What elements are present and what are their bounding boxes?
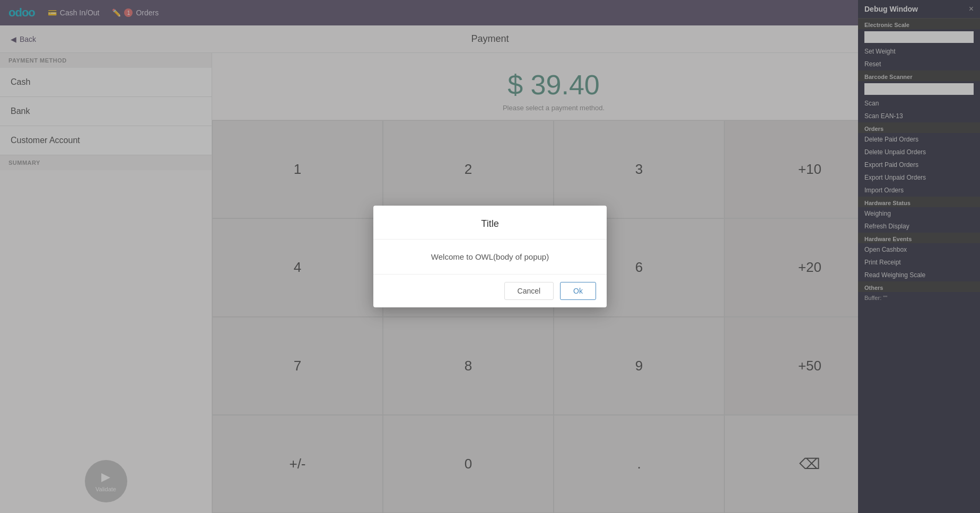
modal-box: Title Welcome to OWL(body of popup) Canc…	[373, 206, 607, 307]
modal-ok-button[interactable]: Ok	[560, 282, 596, 300]
modal-title: Title	[373, 206, 607, 240]
modal-body: Welcome to OWL(body of popup)	[373, 240, 607, 275]
modal-cancel-button[interactable]: Cancel	[504, 282, 554, 300]
modal-overlay: Title Welcome to OWL(body of popup) Canc…	[0, 0, 980, 513]
modal-footer: Cancel Ok	[373, 275, 607, 307]
